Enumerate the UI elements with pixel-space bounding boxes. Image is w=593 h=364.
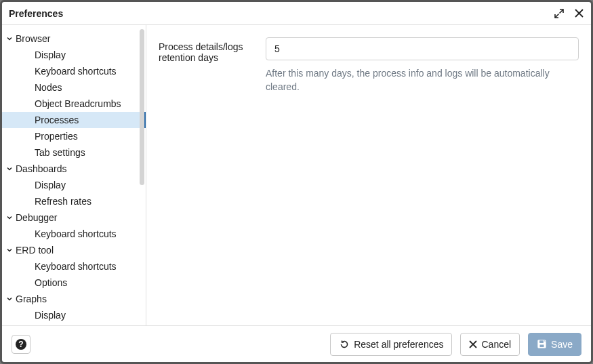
dialog-body: BrowserDisplayKeyboard shortcutsNodesObj… — [2, 25, 591, 325]
chevron-down-icon — [5, 247, 14, 254]
retention-days-input[interactable] — [266, 37, 579, 60]
save-label: Save — [551, 339, 573, 350]
sidebar-item[interactable]: Nodes — [2, 79, 146, 96]
svg-rect-4 — [540, 345, 544, 348]
sidebar: BrowserDisplayKeyboard shortcutsNodesObj… — [2, 25, 146, 325]
save-button[interactable]: Save — [528, 333, 581, 356]
category-label: Debugger — [16, 212, 58, 223]
category-label: Graphs — [16, 294, 47, 304]
reset-label: Reset all preferences — [354, 339, 443, 350]
field-value: After this many days, the process info a… — [266, 37, 579, 94]
field-help: After this many days, the process info a… — [266, 67, 579, 94]
sidebar-item[interactable]: Keyboard shortcuts — [2, 258, 146, 275]
chevron-down-icon — [5, 296, 14, 302]
close-icon — [469, 340, 477, 348]
cancel-label: Cancel — [481, 339, 511, 350]
sidebar-item[interactable]: Properties — [2, 128, 146, 144]
category-header[interactable]: Debugger — [2, 209, 146, 226]
category-label: Dashboards — [16, 163, 67, 174]
chevron-down-icon — [5, 165, 14, 172]
sidebar-item[interactable]: Processes — [2, 112, 146, 128]
scrollbar[interactable] — [140, 29, 144, 185]
svg-text:?: ? — [18, 340, 23, 349]
category-header[interactable]: ERD tool — [2, 242, 146, 258]
sidebar-item[interactable]: Display — [2, 307, 146, 323]
content-pane: Process details/logs retention days Afte… — [146, 25, 591, 325]
category-header[interactable]: Browser — [2, 31, 146, 47]
sidebar-item[interactable]: Refresh rates — [2, 193, 146, 209]
window-controls — [554, 8, 584, 19]
help-icon: ? — [15, 338, 27, 350]
category-header[interactable]: Miscellaneous — [2, 323, 146, 325]
svg-rect-3 — [540, 341, 544, 344]
save-icon — [537, 339, 547, 349]
category-label: ERD tool — [16, 245, 54, 256]
sidebar-item[interactable]: Options — [2, 275, 146, 291]
sidebar-item[interactable]: Keyboard shortcuts — [2, 63, 146, 79]
reset-icon — [339, 339, 350, 350]
sidebar-item[interactable]: Tab settings — [2, 144, 146, 161]
dialog-title: Preferences — [9, 8, 63, 19]
footer: ? Reset all preferences Cancel — [2, 325, 591, 362]
sidebar-item[interactable]: Keyboard shortcuts — [2, 226, 146, 242]
sidebar-item[interactable]: Display — [2, 177, 146, 193]
category-header[interactable]: Dashboards — [2, 161, 146, 177]
field-label: Process details/logs retention days — [159, 37, 247, 94]
field-row: Process details/logs retention days Afte… — [159, 37, 579, 94]
sidebar-item[interactable]: Object Breadcrumbs — [2, 96, 146, 112]
help-button[interactable]: ? — [12, 335, 30, 354]
chevron-down-icon — [5, 214, 14, 221]
titlebar: Preferences — [2, 2, 591, 25]
sidebar-tree[interactable]: BrowserDisplayKeyboard shortcutsNodesObj… — [2, 25, 146, 325]
close-icon[interactable] — [574, 8, 584, 19]
expand-icon[interactable] — [554, 8, 565, 19]
cancel-button[interactable]: Cancel — [460, 333, 520, 356]
preferences-dialog: Preferences BrowserDisplayKeyboard short… — [0, 0, 593, 364]
chevron-down-icon — [5, 35, 14, 42]
category-label: Browser — [16, 33, 50, 44]
reset-button[interactable]: Reset all preferences — [330, 333, 452, 356]
category-header[interactable]: Graphs — [2, 291, 146, 307]
sidebar-item[interactable]: Display — [2, 47, 146, 63]
